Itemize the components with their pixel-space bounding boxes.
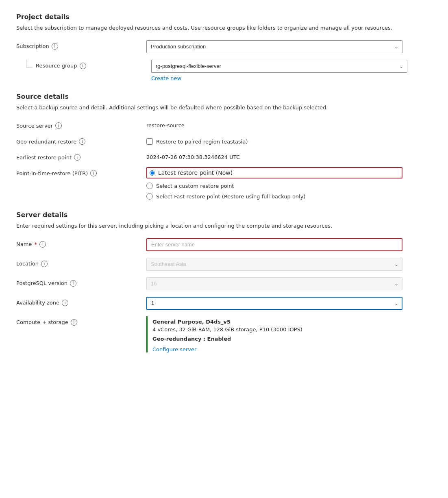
availability-zone-info-icon[interactable]: i: [62, 300, 68, 306]
pitr-label-fast: Select Fast restore point (Restore using…: [156, 194, 306, 200]
location-select-wrapper: Southeast Asia ⌄: [146, 258, 402, 271]
subscription-select[interactable]: Production subscription: [146, 40, 402, 53]
postgresql-version-label: PostgreSQL version i: [16, 277, 146, 287]
server-details-desc: Enter required settings for this server,…: [16, 222, 432, 230]
compute-storage-row: Compute + storage i General Purpose, D4d…: [16, 316, 432, 352]
server-details-title: Server details: [16, 211, 432, 219]
resource-group-label: Resource group i: [36, 60, 151, 69]
compute-storage-label: Compute + storage i: [16, 316, 146, 326]
availability-zone-select[interactable]: 1: [146, 297, 402, 310]
compute-storage-control: General Purpose, D4ds_v5 4 vCores, 32 Gi…: [146, 316, 402, 352]
postgresql-version-info-icon[interactable]: i: [70, 280, 76, 287]
location-select[interactable]: Southeast Asia: [146, 258, 402, 271]
compute-info-block: General Purpose, D4ds_v5 4 vCores, 32 Gi…: [146, 316, 402, 352]
pitr-radio-latest[interactable]: [150, 170, 155, 176]
subscription-info-icon[interactable]: i: [52, 43, 58, 50]
server-details-section: Server details Enter required settings f…: [16, 211, 432, 352]
server-name-label: Name * i: [16, 238, 146, 248]
source-server-value: restore-source: [146, 120, 402, 128]
subscription-control: Production subscription ⌄: [146, 40, 402, 53]
source-server-label: Source server i: [16, 120, 146, 129]
server-name-row: Name * i: [16, 238, 432, 251]
resource-group-select[interactable]: rg-postgresql-flexible-server: [151, 60, 407, 73]
pitr-label-latest: Latest restore point (Now): [158, 170, 233, 176]
source-details-title: Source details: [16, 93, 432, 100]
server-name-input[interactable]: [146, 238, 402, 251]
geo-redundant-row: Geo-redundant restore i Restore to paire…: [16, 135, 432, 145]
location-row: Location i Southeast Asia ⌄: [16, 258, 432, 271]
source-details-desc: Select a backup source and detail. Addit…: [16, 104, 432, 112]
resource-group-select-wrapper: rg-postgresql-flexible-server ⌄: [151, 60, 407, 73]
postgresql-version-row: PostgreSQL version i 16 ⌄: [16, 277, 432, 290]
pitr-info-icon[interactable]: i: [90, 170, 97, 176]
postgresql-version-select-wrapper: 16 ⌄: [146, 277, 402, 290]
earliest-restore-value: 2024-07-26 07:30:38.3246624 UTC: [146, 151, 402, 160]
server-name-required: *: [34, 241, 37, 248]
availability-zone-row: Availability zone i 1 ⌄: [16, 297, 432, 310]
pitr-label: Point-in-time-restore (PITR) i: [16, 167, 146, 176]
compute-desc: 4 vCores, 32 GiB RAM, 128 GiB storage, P…: [152, 326, 402, 334]
compute-storage-info-icon[interactable]: i: [71, 319, 77, 326]
resource-group-info-icon[interactable]: i: [80, 63, 86, 69]
pitr-row: Point-in-time-restore (PITR) i Latest re…: [16, 167, 432, 200]
project-details-title: Project details: [16, 13, 432, 21]
compute-tier: General Purpose, D4ds_v5: [152, 319, 402, 325]
geo-redundant-control: Restore to paired region (eastasia): [146, 135, 402, 145]
project-details-section: Project details Select the subscription …: [16, 13, 432, 81]
location-label: Location i: [16, 258, 146, 267]
resource-group-row: Resource group i rg-postgresql-flexible-…: [16, 60, 432, 81]
earliest-restore-label: Earliest restore point i: [16, 151, 146, 161]
pitr-option-latest-wrapper: Latest restore point (Now): [146, 167, 402, 178]
location-control: Southeast Asia ⌄: [146, 258, 402, 271]
create-new-link[interactable]: Create new: [151, 75, 181, 81]
source-server-info-icon[interactable]: i: [55, 122, 62, 129]
geo-redundant-checkbox-label: Restore to paired region (eastasia): [156, 139, 248, 145]
availability-zone-control: 1 ⌄: [146, 297, 402, 310]
pitr-control: Latest restore point (Now) Select a cust…: [146, 167, 402, 200]
availability-zone-select-wrapper: 1 ⌄: [146, 297, 402, 310]
source-server-static: restore-source: [146, 120, 402, 128]
geo-redundant-checkbox-wrapper: Restore to paired region (eastasia): [146, 135, 402, 145]
geo-redundant-label: Geo-redundant restore i: [16, 135, 146, 145]
earliest-restore-static: 2024-07-26 07:30:38.3246624 UTC: [146, 151, 402, 160]
pitr-option-fast: Select Fast restore point (Restore using…: [146, 193, 402, 200]
subscription-row: Subscription i Production subscription ⌄: [16, 40, 432, 53]
earliest-restore-row: Earliest restore point i 2024-07-26 07:3…: [16, 151, 432, 161]
configure-server-link[interactable]: Configure server: [152, 346, 196, 352]
postgresql-version-control: 16 ⌄: [146, 277, 402, 290]
postgresql-version-select[interactable]: 16: [146, 277, 402, 290]
pitr-label-custom: Select a custom restore point: [156, 183, 234, 189]
source-details-section: Source details Select a backup source an…: [16, 93, 432, 200]
resource-group-control: rg-postgresql-flexible-server ⌄ Create n…: [151, 60, 407, 81]
project-details-desc: Select the subscription to manage deploy…: [16, 24, 432, 32]
geo-redundant-checkbox[interactable]: [146, 138, 153, 145]
pitr-radio-custom[interactable]: [146, 183, 153, 189]
subscription-select-wrapper: Production subscription ⌄: [146, 40, 402, 53]
geo-redundancy-label: Geo-redundancy : Enabled: [152, 335, 402, 343]
pitr-option-custom: Select a custom restore point: [146, 183, 402, 189]
subscription-label: Subscription i: [16, 40, 146, 50]
source-server-row: Source server i restore-source: [16, 120, 432, 129]
earliest-restore-info-icon[interactable]: i: [74, 154, 80, 161]
pitr-radio-group: Latest restore point (Now) Select a cust…: [146, 167, 402, 200]
server-name-info-icon[interactable]: i: [39, 241, 46, 248]
location-info-icon[interactable]: i: [41, 261, 48, 267]
availability-zone-label: Availability zone i: [16, 297, 146, 306]
pitr-radio-fast[interactable]: [146, 193, 153, 200]
geo-redundant-info-icon[interactable]: i: [79, 138, 85, 145]
server-name-control: [146, 238, 402, 251]
